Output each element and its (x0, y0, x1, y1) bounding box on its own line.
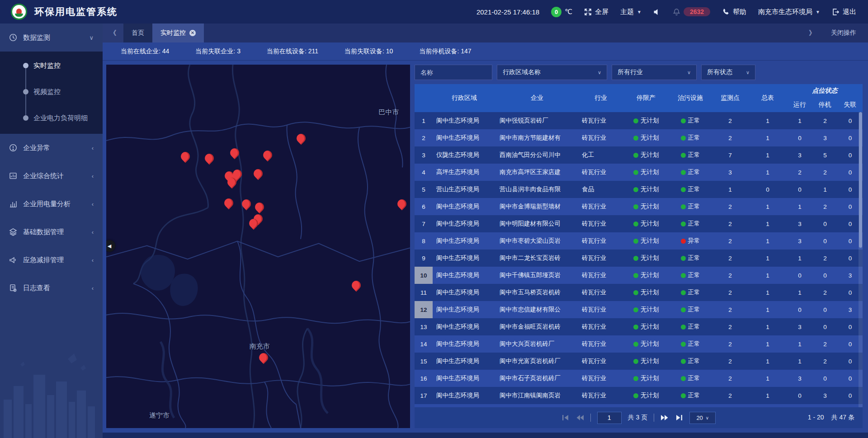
next-page-button[interactable] (660, 414, 669, 421)
prev-page-button[interactable] (576, 414, 584, 421)
table-row[interactable]: 5营山生态环境局营山县润丰肉食品有限食品无计划正常10010 (415, 181, 863, 198)
table-row[interactable]: 10阆中生态环境局阆中千佛镇五郎垭页岩砖瓦行业无计划正常21003 (415, 267, 863, 284)
stopped-cell: 0 (812, 232, 838, 250)
map-marker-pin[interactable] (352, 281, 361, 290)
status-dot-green (681, 290, 686, 295)
sidebar-item-label: 企业综合统计 (23, 172, 64, 180)
map-marker-pin[interactable] (242, 199, 251, 208)
running-cell: 3 (787, 370, 812, 387)
range-label: 1 - 20 (808, 414, 824, 422)
stop-limit-cell: 无计划 (623, 215, 669, 232)
stop-limit-cell: 无计划 (623, 318, 669, 335)
org-dropdown[interactable]: 南充市生态环境局 ▼ (758, 8, 820, 16)
map-marker-pin[interactable] (205, 154, 214, 163)
close-icon[interactable]: ✕ (189, 30, 196, 36)
map-marker-pin[interactable] (255, 203, 264, 212)
theme-dropdown[interactable]: 主题 ▼ (620, 8, 642, 16)
map-marker-pin[interactable] (263, 151, 272, 160)
map-marker-pin[interactable] (297, 134, 306, 143)
name-filter-input[interactable] (420, 69, 486, 76)
chevron-down-icon: ∨ (740, 70, 750, 75)
page-number-input[interactable] (597, 412, 622, 424)
close-operations-button[interactable]: 关闭操作 (831, 29, 856, 37)
industry-filter-select[interactable]: 所有行业 ∨ (612, 65, 697, 80)
sidebar-item-企业异常[interactable]: 企业异常‹ (0, 134, 103, 162)
total-meter-cell: 1 (748, 129, 787, 146)
total-meter-cell: 0 (748, 404, 787, 407)
status-dot-red (681, 239, 686, 244)
status-filter-select[interactable]: 所有状态 ∨ (701, 65, 755, 80)
row-index-cell: 9 (415, 250, 433, 267)
facility-status-cell: 正常 (669, 112, 712, 129)
table-row[interactable]: 15阆中生态环境局阆中市光富页岩机砖厂砖瓦行业无计划正常21120 (415, 353, 863, 370)
notification-badge: 2632 (684, 7, 710, 16)
facility-status-value: 正常 (688, 203, 700, 211)
facility-status-cell: 正常 (669, 301, 712, 318)
industry-cell: 砖瓦行业 (578, 301, 623, 318)
first-page-button[interactable] (561, 414, 570, 421)
logout-button[interactable]: 退出 (832, 8, 856, 16)
map-panel[interactable]: 巴中市南充市遂宁市 ◀ (106, 65, 410, 428)
facility-status-value: 正常 (688, 340, 700, 348)
help-button[interactable]: 帮助 (722, 8, 746, 16)
map-marker-pin[interactable] (230, 148, 239, 157)
name-filter-field[interactable] (415, 65, 492, 80)
table-row[interactable]: 16阆中生态环境局阆中市石子页岩机砖厂砖瓦行业无计划正常21300 (415, 370, 863, 387)
monitor-points-cell: 3 (712, 164, 748, 181)
sidebar-item-企业综合统计[interactable]: 企业综合统计‹ (0, 162, 103, 190)
map-marker-pin[interactable] (254, 169, 263, 178)
facility-status-cell: 正常 (669, 387, 712, 404)
region-cell: 阆中生态环境局 (433, 267, 496, 284)
table-row[interactable]: 8阆中生态环境局阆中市枣碧大梁山页岩砖瓦行业无计划异常21300 (415, 232, 863, 250)
sidebar-item-企业用电量分析[interactable]: 企业用电量分析‹ (0, 190, 103, 218)
table-scrollbar[interactable] (859, 112, 863, 407)
table-row[interactable]: 18南部生态环境局南部县砌华山砖有限公建材加工无计划正常60060 (415, 404, 863, 407)
map-marker-pin[interactable] (227, 178, 236, 187)
sidebar-item-应急减排管理[interactable]: 应急减排管理‹ (0, 246, 103, 274)
speaker-muted-icon[interactable] (653, 8, 661, 16)
map-marker-pin[interactable] (249, 219, 258, 228)
fullscreen-button[interactable]: 全屏 (584, 8, 609, 16)
table-row[interactable]: 4高坪生态环境局南充市高坪区王家店建砖瓦行业无计划正常31220 (415, 164, 863, 181)
table-row[interactable]: 7阆中生态环境局阆中明阳建材有限公司砖瓦行业无计划正常21300 (415, 215, 863, 232)
table-row[interactable]: 9阆中生态环境局阆中市二龙长宝页岩砖砖瓦行业无计划正常21120 (415, 250, 863, 267)
table-row[interactable]: 3仪陇生态环境局西南油气田分公司川中化工无计划正常71350 (415, 146, 863, 164)
table-row[interactable]: 14阆中生态环境局阆中大兴页岩机砖厂砖瓦行业无计划正常21120 (415, 335, 863, 353)
total-meter-cell: 1 (748, 164, 787, 181)
table-row[interactable]: 12阆中生态环境局阆中市忠信建材有限公砖瓦行业无计划正常21003 (415, 301, 863, 318)
sidebar-item-基础数据管理[interactable]: 基础数据管理‹ (0, 218, 103, 246)
map-marker-pin[interactable] (259, 353, 268, 362)
sidebar-subitem-实时监控[interactable]: 实时监控 (0, 52, 103, 79)
page-size-select[interactable]: 20 ∨ (689, 412, 716, 424)
sidebar-item-label: 日志查看 (23, 284, 50, 292)
layers-icon (9, 228, 17, 236)
monitor-points-cell: 6 (712, 404, 748, 407)
analysis-icon (9, 200, 17, 208)
table-row[interactable]: 6阆中生态环境局阆中市金博瑞新型墙材砖瓦行业无计划正常21120 (415, 198, 863, 215)
region-filter-select[interactable]: 行政区域名称 ∨ (497, 65, 607, 80)
total-meter-cell: 1 (748, 215, 787, 232)
table-row[interactable]: 11阆中生态环境局阆中市五马桥页岩机砖砖瓦行业无计划正常21120 (415, 284, 863, 301)
sidebar-subitem-企业电力负荷明细[interactable]: 企业电力负荷明细 (0, 105, 103, 131)
scrollbar-thumb[interactable] (859, 112, 862, 248)
sidebar-item-日志查看[interactable]: 日志查看‹ (0, 274, 103, 302)
map-marker-pin[interactable] (224, 198, 233, 207)
table-row[interactable]: 2阆中生态环境局阆中市南方节能建材有砖瓦行业无计划正常21030 (415, 129, 863, 146)
tabs-scroll-right-button[interactable]: 》 (809, 29, 816, 38)
map-marker-pin[interactable] (181, 152, 190, 161)
tabs-scroll-left-button[interactable]: 《 (103, 24, 123, 42)
sidebar-item-数据监测[interactable]: 数据监测∨ (0, 24, 103, 52)
last-page-button[interactable] (675, 414, 683, 421)
table-row[interactable]: 17阆中生态环境局阆中市江南镇阆南页岩砖瓦行业无计划正常21030 (415, 387, 863, 404)
status-dot-green (681, 187, 686, 192)
notification-indicator[interactable]: 2632 (673, 7, 710, 16)
tab-实时监控[interactable]: 实时监控✕ (152, 24, 204, 42)
map-marker-pin[interactable] (233, 170, 242, 179)
tab-首页[interactable]: 首页 (123, 24, 152, 42)
sidebar-subitem-视频监控[interactable]: 视频监控 (0, 79, 103, 105)
table-row[interactable]: 13阆中生态环境局阆中市金福旺页岩机砖砖瓦行业无计划正常21300 (415, 318, 863, 335)
phone-icon (722, 8, 730, 16)
map-marker-pin[interactable] (397, 199, 406, 208)
table-row[interactable]: 1阆中生态环境局阆中强锐页岩砖厂砖瓦行业无计划正常21120 (415, 112, 863, 129)
industry-filter-value: 所有行业 (618, 68, 643, 76)
